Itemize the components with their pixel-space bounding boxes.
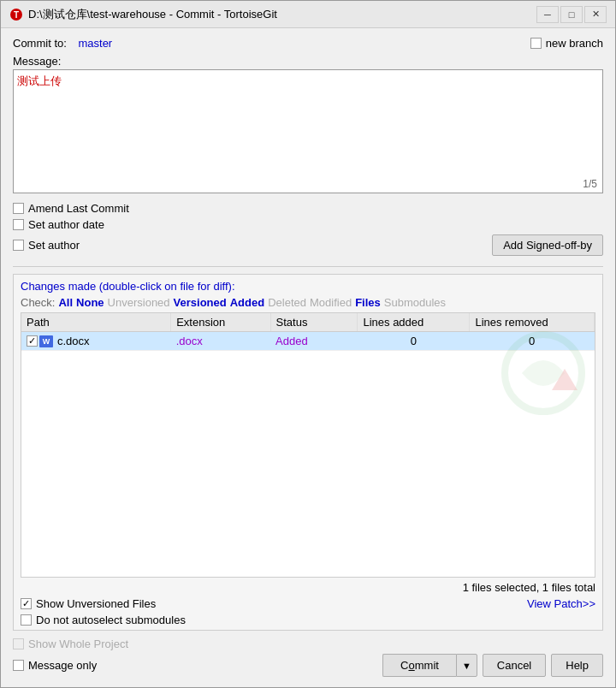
show-unversioned-label: Show Unversioned Files <box>36 597 156 610</box>
message-only-row: Message only <box>13 659 97 672</box>
titlebar: T D:\测试仓库\test-warehouse - Commit - Tort… <box>1 1 615 28</box>
char-count: 1/5 <box>583 178 597 190</box>
main-content: Commit to: master new branch Message: 测试… <box>1 28 615 687</box>
check-added-link[interactable]: Added <box>230 296 264 309</box>
options-section: Amend Last Commit Set author date Set au… <box>13 199 603 259</box>
cell-status: Added <box>270 332 358 351</box>
set-author-checkbox[interactable] <box>13 240 24 251</box>
branch-name: master <box>78 37 112 50</box>
changes-section: Changes made (double-click on file for d… <box>13 274 603 631</box>
check-filter-row: Check: All None Unversioned Versioned Ad… <box>21 296 595 309</box>
main-window: T D:\测试仓库\test-warehouse - Commit - Tort… <box>0 0 616 688</box>
col-lines-added: Lines added <box>358 313 470 332</box>
file-table-body: W c.docx .docx Added 0 0 <box>21 332 595 351</box>
file-checkbox[interactable] <box>27 335 38 347</box>
file-table: Path Extension Status Lines added Lines … <box>21 313 595 351</box>
bottom-area: Show Whole Project Message only Commit ▼ <box>13 636 603 679</box>
divider <box>13 266 603 267</box>
svg-marker-3 <box>552 369 578 390</box>
check-label: Check: <box>21 296 55 309</box>
author-date-label: Set author date <box>28 218 104 231</box>
cell-path: W c.docx <box>21 332 171 351</box>
new-branch-label: new branch <box>546 37 603 50</box>
check-all-link[interactable]: All <box>58 296 73 309</box>
commit-button[interactable]: Commit <box>382 654 456 677</box>
titlebar-controls: ─ □ ✕ <box>536 6 607 23</box>
check-deleted-link[interactable]: Deleted <box>268 296 306 309</box>
file-path: c.docx <box>57 335 90 347</box>
cell-lines-removed: 0 <box>470 332 595 351</box>
commit-to-label: Commit to: <box>13 37 67 50</box>
add-signed-off-by-button[interactable]: Add Signed-off-by <box>492 234 603 256</box>
message-only-checkbox[interactable] <box>13 660 24 671</box>
show-unversioned-row: Show Unversioned Files View Patch>> <box>21 597 595 610</box>
set-author-row: Set author <box>13 239 80 252</box>
file-type-icon: W <box>39 335 53 347</box>
show-whole-project-checkbox <box>13 638 24 649</box>
col-lines-removed: Lines removed <box>470 313 595 332</box>
col-path: Path <box>21 313 171 332</box>
new-branch-area: new branch <box>530 37 603 50</box>
action-buttons: Commit ▼ Cancel Help <box>382 654 603 677</box>
svg-text:T: T <box>14 10 19 20</box>
new-branch-checkbox[interactable] <box>530 38 542 49</box>
maximize-button[interactable]: □ <box>560 6 583 23</box>
files-count: 1 files selected, 1 files total <box>463 581 595 594</box>
check-modified-link[interactable]: Modified <box>310 296 352 309</box>
col-status: Status <box>270 313 358 332</box>
close-button[interactable]: ✕ <box>584 6 607 23</box>
minimize-button[interactable]: ─ <box>536 6 559 23</box>
message-textarea[interactable]: 测试上传 <box>14 70 602 190</box>
help-button[interactable]: Help <box>551 654 603 677</box>
check-files-link[interactable]: Files <box>355 296 381 309</box>
do-not-autoselect-row: Do not autoselect submodules <box>21 614 595 626</box>
commit-to-row: Commit to: master new branch <box>13 37 603 50</box>
amend-checkbox[interactable] <box>13 203 24 214</box>
cancel-button[interactable]: Cancel <box>483 654 546 677</box>
view-patch-link[interactable]: View Patch>> <box>527 597 595 610</box>
amend-label: Amend Last Commit <box>28 202 129 215</box>
cell-lines-added: 0 <box>358 332 470 351</box>
col-extension: Extension <box>171 313 270 332</box>
show-whole-project-row: Show Whole Project <box>13 638 603 650</box>
author-date-checkbox[interactable] <box>13 219 24 230</box>
do-not-autoselect-checkbox[interactable] <box>21 614 32 626</box>
changes-title: Changes made (double-click on file for d… <box>21 280 595 293</box>
amend-row: Amend Last Commit <box>13 202 603 215</box>
window-title: D:\测试仓库\test-warehouse - Commit - Tortoi… <box>28 7 277 22</box>
check-versioned-link[interactable]: Versioned <box>174 296 227 309</box>
do-not-autoselect-label: Do not autoselect submodules <box>36 614 186 626</box>
show-unversioned-checkbox[interactable] <box>21 598 32 609</box>
message-section: Message: 测试上传 1/5 <box>13 55 603 193</box>
check-none-link[interactable]: None <box>76 296 104 309</box>
check-submodules-link[interactable]: Submodules <box>384 296 446 309</box>
message-textarea-wrapper: 测试上传 1/5 <box>13 69 603 193</box>
check-unversioned-link[interactable]: Unversioned <box>108 296 170 309</box>
table-header-row: Path Extension Status Lines added Lines … <box>21 313 595 332</box>
cell-extension: .docx <box>171 332 270 351</box>
file-table-wrapper: Path Extension Status Lines added Lines … <box>21 312 595 578</box>
titlebar-left: T D:\测试仓库\test-warehouse - Commit - Tort… <box>9 7 277 22</box>
author-date-row: Set author date <box>13 218 603 231</box>
actions-row: Message only Commit ▼ Cancel Help <box>13 654 603 677</box>
show-unversioned-option: Show Unversioned Files <box>21 597 156 610</box>
table-row[interactable]: W c.docx .docx Added 0 0 <box>21 332 595 351</box>
show-whole-project-label: Show Whole Project <box>28 638 128 650</box>
set-author-label: Set author <box>28 239 80 252</box>
commit-dropdown-button[interactable]: ▼ <box>456 654 477 677</box>
commit-btn-group: Commit ▼ <box>382 654 477 677</box>
files-count-row: 1 files selected, 1 files total <box>21 581 595 594</box>
message-label: Message: <box>13 55 603 68</box>
message-only-label: Message only <box>28 659 97 672</box>
app-icon: T <box>9 8 23 21</box>
